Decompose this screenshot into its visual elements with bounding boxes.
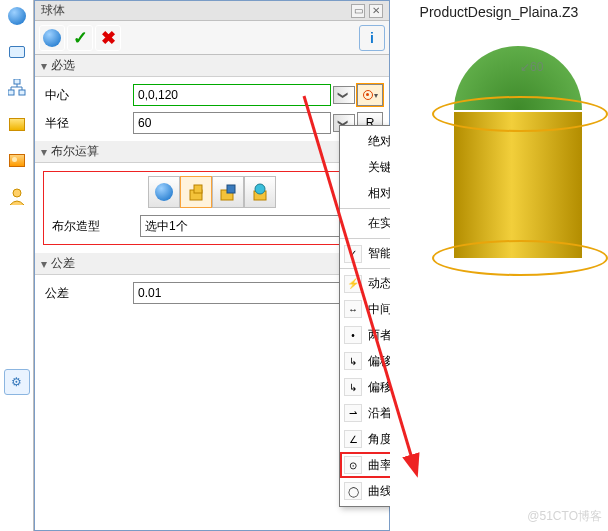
center-label: 中心 — [41, 87, 129, 104]
bool-add-icon[interactable] — [180, 176, 212, 208]
caret-down-icon: ▾ — [41, 145, 47, 159]
section-boolean[interactable]: ▾布尔运算 — [35, 141, 389, 163]
svg-rect-0 — [14, 79, 20, 84]
radius-label: 半径 — [41, 115, 129, 132]
menu-item-icon: ↳ — [344, 352, 362, 370]
boolean-highlight-box: 布尔造型 ❯ — [43, 171, 381, 245]
ls-sphere-icon[interactable] — [4, 3, 30, 29]
ls-settings-icon[interactable]: ⚙ — [4, 369, 30, 395]
target-icon — [363, 90, 373, 100]
action-bar: ✓ ✖ i — [35, 21, 389, 55]
ls-topo-icon[interactable] — [4, 39, 30, 65]
ok-button[interactable]: ✓ — [67, 25, 93, 51]
bool-shape-input[interactable] — [140, 215, 354, 237]
section-required[interactable]: ▾必选 — [35, 55, 389, 77]
menu-item-icon — [344, 215, 362, 233]
caret-down-icon: ▾ — [41, 257, 47, 271]
menu-item-label: 相对 — [368, 185, 392, 202]
ls-box-icon[interactable] — [4, 111, 30, 137]
caret-down-icon: ▾ — [41, 59, 47, 73]
tolerance-label: 公差 — [41, 285, 129, 302]
svg-rect-2 — [19, 90, 25, 95]
menu-item-icon: ⚡ — [344, 275, 362, 293]
bool-subtract-icon[interactable] — [212, 176, 244, 208]
svg-rect-5 — [194, 185, 202, 193]
section-tolerance[interactable]: ▾公差 — [35, 253, 389, 275]
center-expand-button[interactable]: ❯ — [333, 86, 355, 104]
panel-collapse-icon[interactable]: ▭ — [351, 4, 365, 18]
menu-item-icon: ∠ — [344, 430, 362, 448]
svg-rect-7 — [227, 185, 235, 193]
menu-item-label: 中间 — [368, 301, 392, 318]
menu-item-label: 绝对 — [368, 133, 392, 150]
menu-item-label: 沿着 — [368, 405, 392, 422]
menu-item-icon: ↳ — [344, 378, 362, 396]
menu-item-label: 偏移 — [368, 353, 392, 370]
sphere-type-button[interactable] — [39, 25, 65, 51]
menu-item-icon: ⊙ — [344, 456, 362, 474]
svg-point-9 — [255, 184, 265, 194]
bool-base-icon[interactable] — [148, 176, 180, 208]
bool-shape-label: 布尔造型 — [48, 218, 136, 235]
svg-point-3 — [13, 189, 21, 197]
property-panel: 球体 ▭ ✕ ✓ ✖ i ▾必选 中心 ❯ ▾ 半径 ❯ R ▾布尔运算 — [34, 0, 390, 531]
bool-intersect-icon[interactable] — [244, 176, 276, 208]
menu-item-icon — [344, 158, 362, 176]
preview-ring-top — [432, 96, 608, 132]
ls-tree-icon[interactable] — [4, 75, 30, 101]
menu-item-icon — [344, 132, 362, 150]
svg-rect-1 — [8, 90, 14, 95]
ls-image-icon[interactable] — [4, 147, 30, 173]
menu-item-icon — [344, 184, 362, 202]
radius-input[interactable] — [133, 112, 331, 134]
menu-item-label: 角度 — [368, 431, 392, 448]
left-tool-strip: ⚙ — [0, 0, 34, 531]
cancel-button[interactable]: ✖ — [95, 25, 121, 51]
document-name: ProductDesign_Plaina.Z3 — [390, 0, 608, 24]
panel-title: 球体 — [41, 2, 65, 19]
menu-item-icon: ↔ — [344, 300, 362, 318]
model-preview: ↙60 — [390, 24, 608, 284]
panel-title-bar: 球体 ▭ ✕ — [35, 1, 389, 21]
center-input[interactable] — [133, 84, 331, 106]
info-button[interactable]: i — [359, 25, 385, 51]
panel-close-icon[interactable]: ✕ — [369, 4, 383, 18]
viewport[interactable]: ProductDesign_Plaina.Z3 ↙60 — [390, 0, 608, 531]
menu-item-icon: • — [344, 326, 362, 344]
menu-item-icon: ◯ — [344, 482, 362, 500]
boolean-mode-group — [48, 176, 376, 208]
watermark: @51CTO博客 — [527, 508, 602, 525]
menu-item-icon: ✓ — [344, 245, 362, 263]
ls-user-icon[interactable] — [4, 183, 30, 209]
menu-item-icon: ⇀ — [344, 404, 362, 422]
preview-ring-bottom — [432, 240, 608, 276]
preview-cylinder — [454, 112, 582, 258]
center-pick-button[interactable]: ▾ — [357, 84, 383, 106]
radius-dimension: ↙60 — [520, 60, 543, 74]
